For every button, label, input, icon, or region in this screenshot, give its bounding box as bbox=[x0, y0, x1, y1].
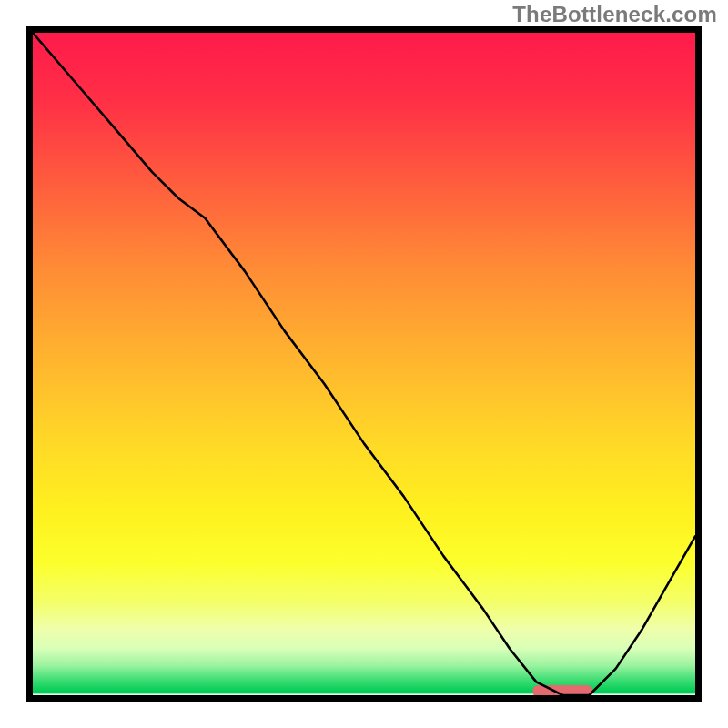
optimal-region-marker bbox=[532, 685, 592, 695]
chart-frame: TheBottleneck.com bbox=[0, 0, 728, 728]
watermark-text: TheBottleneck.com bbox=[512, 2, 717, 27]
bottleneck-line bbox=[33, 33, 695, 695]
plot-area bbox=[33, 33, 695, 695]
plot-curve-layer bbox=[33, 33, 695, 695]
